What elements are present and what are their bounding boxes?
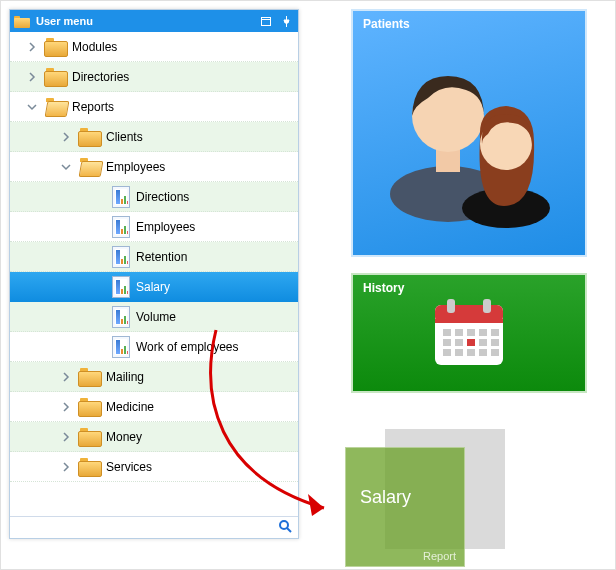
- svg-rect-29: [467, 339, 475, 346]
- svg-rect-20: [443, 339, 451, 346]
- tile-patients-label: Patients: [363, 17, 410, 31]
- tree-item-label: Salary: [136, 280, 170, 294]
- tree-item-label: Money: [106, 430, 142, 444]
- tree-item-label: Reports: [72, 100, 114, 114]
- tree-item-label: Modules: [72, 40, 117, 54]
- tree-item[interactable]: Medicine: [10, 392, 298, 422]
- svg-rect-26: [467, 349, 475, 356]
- tree-item[interactable]: Employees: [10, 152, 298, 182]
- search-icon[interactable]: [278, 519, 292, 536]
- folder-icon: [44, 68, 66, 86]
- tree-item[interactable]: Work of employees: [10, 332, 298, 362]
- svg-marker-30: [308, 494, 324, 516]
- tree-item-label: Medicine: [106, 400, 154, 414]
- pin-icon[interactable]: [278, 13, 294, 29]
- tree-item[interactable]: Volume: [10, 302, 298, 332]
- expander-none: [94, 251, 106, 263]
- tree-item[interactable]: Directions: [10, 182, 298, 212]
- svg-rect-0: [262, 17, 271, 25]
- svg-rect-18: [479, 329, 487, 336]
- drag-ghost-front[interactable]: Salary Report: [345, 447, 465, 567]
- drag-tile-subtitle: Report: [346, 546, 464, 566]
- svg-rect-15: [443, 329, 451, 336]
- tree-item[interactable]: Clients: [10, 122, 298, 152]
- folder-open-icon: [78, 158, 100, 176]
- expander-none: [94, 341, 106, 353]
- tile-patients[interactable]: Patients: [351, 9, 587, 257]
- svg-point-2: [280, 521, 288, 529]
- tree-item[interactable]: Reports: [10, 92, 298, 122]
- svg-rect-14: [483, 299, 491, 313]
- chevron-down-icon[interactable]: [26, 101, 38, 113]
- folder-icon: [78, 368, 100, 386]
- tree-item-label: Directories: [72, 70, 129, 84]
- folder-icon: [14, 14, 30, 28]
- tree-item[interactable]: Services: [10, 452, 298, 482]
- svg-rect-23: [491, 339, 499, 346]
- people-icon: [384, 38, 554, 228]
- tree-item[interactable]: Salary: [10, 272, 298, 302]
- tree-item-label: Retention: [136, 250, 187, 264]
- maximize-icon[interactable]: [258, 13, 274, 29]
- tree-item-label: Volume: [136, 310, 176, 324]
- svg-rect-12: [435, 319, 503, 323]
- tree-item-label: Employees: [106, 160, 165, 174]
- tree-item[interactable]: Directories: [10, 62, 298, 92]
- expander-none: [94, 281, 106, 293]
- tree-item-label: Clients: [106, 130, 143, 144]
- tree-item-label: Directions: [136, 190, 189, 204]
- tree-view[interactable]: ModulesDirectoriesReportsClientsEmployee…: [10, 32, 298, 538]
- user-menu-panel: User menu ModulesDirectoriesReportsClien…: [9, 9, 299, 539]
- svg-rect-16: [455, 329, 463, 336]
- report-icon: [112, 276, 130, 298]
- folder-icon: [44, 38, 66, 56]
- tree-item[interactable]: Employees: [10, 212, 298, 242]
- tree-item-label: Mailing: [106, 370, 144, 384]
- chevron-right-icon[interactable]: [60, 131, 72, 143]
- svg-rect-27: [479, 349, 487, 356]
- panel-title: User menu: [36, 15, 93, 27]
- report-icon: [112, 306, 130, 328]
- svg-rect-17: [467, 329, 475, 336]
- chevron-right-icon[interactable]: [60, 401, 72, 413]
- report-icon: [112, 246, 130, 268]
- tree-item[interactable]: Mailing: [10, 362, 298, 392]
- tree-item[interactable]: Retention: [10, 242, 298, 272]
- svg-rect-25: [455, 349, 463, 356]
- expander-none: [94, 191, 106, 203]
- svg-rect-13: [447, 299, 455, 313]
- svg-line-3: [287, 528, 291, 532]
- folder-icon: [78, 428, 100, 446]
- calendar-icon: [427, 291, 511, 375]
- tree-item[interactable]: Modules: [10, 32, 298, 62]
- svg-rect-19: [491, 329, 499, 336]
- tree-item-label: Work of employees: [136, 340, 239, 354]
- report-icon: [112, 336, 130, 358]
- svg-rect-28: [491, 349, 499, 356]
- chevron-right-icon[interactable]: [60, 371, 72, 383]
- chevron-down-icon[interactable]: [60, 161, 72, 173]
- folder-open-icon: [44, 98, 66, 116]
- expander-none: [94, 311, 106, 323]
- expander-none: [94, 221, 106, 233]
- tile-history[interactable]: History: [351, 273, 587, 393]
- folder-icon: [78, 458, 100, 476]
- drag-tile-title: Salary: [346, 448, 464, 546]
- report-icon: [112, 216, 130, 238]
- tree-item-label: Employees: [136, 220, 195, 234]
- svg-rect-24: [443, 349, 451, 356]
- search-bar: [10, 516, 298, 538]
- report-icon: [112, 186, 130, 208]
- tree-item-label: Services: [106, 460, 152, 474]
- chevron-right-icon[interactable]: [60, 431, 72, 443]
- svg-rect-22: [479, 339, 487, 346]
- chevron-right-icon[interactable]: [26, 71, 38, 83]
- chevron-right-icon[interactable]: [60, 461, 72, 473]
- svg-rect-21: [455, 339, 463, 346]
- chevron-right-icon[interactable]: [26, 41, 38, 53]
- panel-titlebar[interactable]: User menu: [10, 10, 298, 32]
- folder-icon: [78, 398, 100, 416]
- tile-history-label: History: [363, 281, 404, 295]
- folder-icon: [78, 128, 100, 146]
- tree-item[interactable]: Money: [10, 422, 298, 452]
